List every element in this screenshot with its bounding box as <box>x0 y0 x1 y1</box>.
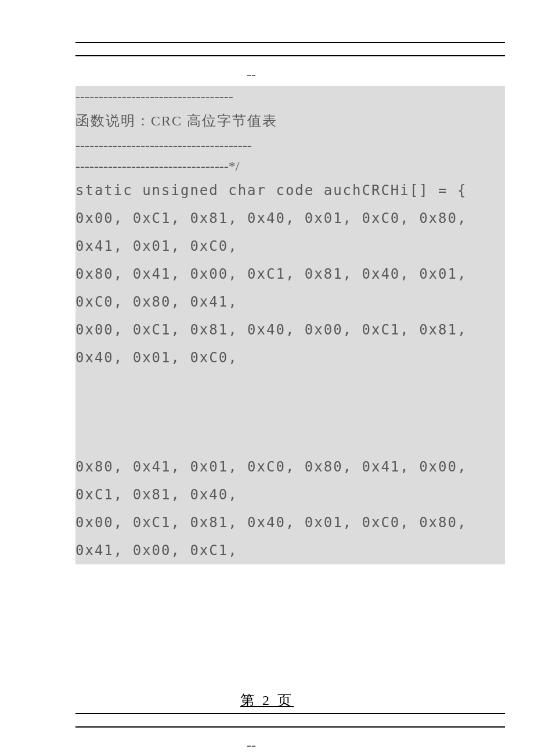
code-spacer <box>75 372 505 453</box>
top-rule-2 <box>75 55 505 56</box>
code-line-5a: 0x00, 0xC1, 0x81, 0x40, 0x01, 0xC0, 0x80… <box>75 509 505 537</box>
code-line-5b: 0x41, 0x00, 0xC1, <box>75 537 505 564</box>
bottom-rule-2 <box>75 726 505 728</box>
code-line-3a: 0x00, 0xC1, 0x81, 0x40, 0x00, 0xC1, 0x81… <box>75 316 505 344</box>
code-line-4a: 0x80, 0x41, 0x01, 0xC0, 0x80, 0x41, 0x00… <box>75 453 505 481</box>
page-number: 第 2 页 <box>0 691 534 710</box>
code-line-1b: 0x41, 0x01, 0xC0, <box>75 232 505 260</box>
code-block-1: ---------------------------------- 函数说明：… <box>75 86 505 564</box>
code-line-3b: 0x40, 0x01, 0xC0, <box>75 344 505 372</box>
top-rule-1 <box>75 42 505 43</box>
function-comment: 函数说明：CRC 高位字节值表 <box>75 107 505 135</box>
bottom-dash-marker: -- <box>247 737 256 753</box>
code-line-2b: 0xC0, 0x80, 0x41, <box>75 288 505 316</box>
code-line-1a: 0x00, 0xC1, 0x81, 0x40, 0x01, 0xC0, 0x80… <box>75 204 505 232</box>
divider-dash-2: -------------------------------------- <box>75 135 505 156</box>
divider-dash-3: ---------------------------------*/ <box>75 156 505 177</box>
bottom-rule-1 <box>75 713 505 714</box>
code-content: ---------------------------------- 函数说明：… <box>75 86 505 564</box>
code-line-4b: 0xC1, 0x81, 0x40, <box>75 481 505 509</box>
array-declaration: static unsigned char code auchCRCHi[] = … <box>75 177 505 204</box>
divider-dash-1: ---------------------------------- <box>75 86 505 107</box>
code-line-2a: 0x80, 0x41, 0x00, 0xC1, 0x81, 0x40, 0x01… <box>75 260 505 288</box>
top-dash-marker: -- <box>247 67 256 82</box>
